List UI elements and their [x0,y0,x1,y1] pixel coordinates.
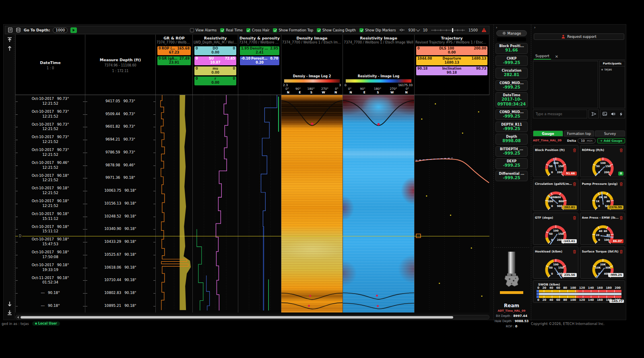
gauge-card-surface-torque-lbf-ft-[interactable]: Surface Torque (lbf.ft)010K20K30K40K-999… [580,246,625,279]
track-resistivity-image[interactable] [343,95,414,312]
manage-button[interactable]: Manage [496,30,527,36]
header-track-density-image[interactable]: Density Image 7374_7700 / Wellbore 1 / E… [281,35,343,95]
gauge-card-ann-press-emw-lb-[interactable]: Ann Press - EMW (lb...02040608010086.07 [580,213,625,245]
horizontal-scrollbar[interactable] [15,315,489,319]
header-track-resistivity-image[interactable]: Resistivity Image 7374_7700 / Wellbore 1… [343,35,414,95]
message-input[interactable]: Type a message [533,110,587,118]
toolbar-checkbox-show-dip-markers[interactable]: Show Dip Markers [359,28,396,32]
track-trajectory[interactable] [414,95,489,312]
screenshot-icon[interactable] [603,112,607,116]
curve-chip-rop-ft-h-[interactable]: 0ROP (ft/h)165.6867.23 [157,46,191,55]
header-track-gr-rop[interactable]: GR & ROP 7374_7700 / Wellbore .. 0ROP (f… [155,35,192,95]
speaker-icon[interactable] [611,112,615,116]
trash-icon[interactable] [573,180,576,188]
scroll-to-top-button[interactable] [6,37,12,43]
svg-text:150: 150 [558,266,564,269]
curve-chip-departure[interactable]: 1044.08Departure1480.131480.13 [416,56,487,65]
header-track-trajectory[interactable]: Trajectory Revised Trajectory #PS / Well… [414,35,489,95]
reading-tile-differential-[interactable]: Differential ...-999.25 [495,171,528,182]
trash-icon[interactable] [619,180,623,188]
trash-icon[interactable] [573,248,576,255]
message-tools [600,110,625,118]
logbook-icon[interactable] [8,27,13,33]
curve-chip-porosity-v-v-dec-[interactable]: -0.10Porosity (v/v dec..0.700.20 [240,56,279,65]
trash-icon[interactable] [619,146,623,154]
scrollbar-left-arrow[interactable] [17,316,19,319]
track-density-image[interactable] [281,95,343,312]
curve-chip-inclination[interactable]: 90.18Inclination90.7390.18 [416,66,487,75]
reading-tile-cond-mud-[interactable]: COND_MUD...-999.25 [495,80,528,91]
main-toolbar: Go To Depth: 1000 View AlarmsReal TimeCr… [5,26,489,34]
goto-depth-input[interactable]: 1000 [53,27,68,33]
toolbar-checkbox-cross-hair[interactable]: Cross Hair [246,28,269,32]
send-button[interactable] [588,110,599,118]
curve-chip-gr-gapi-[interactable]: 0GR (gAPI)27.4923.91 [157,56,191,65]
curve-chip-density-g-cm3-[interactable]: 1.95Density (g/cm3)2.952.41 [240,46,279,55]
goto-depth-play-button[interactable] [70,27,77,33]
lightning-icon[interactable] [619,112,623,116]
reading-tile-depth-r11[interactable]: DEPTH_R11-999.25 [495,122,528,132]
checkbox-box[interactable] [359,28,363,32]
trash-icon[interactable] [619,248,623,255]
reading-tile-chkp[interactable]: CHKP-999.25 [495,56,528,66]
checkbox-box[interactable] [273,28,277,32]
tab-formation-top[interactable]: Formation top [564,130,594,137]
gauge-card-pump-pressure-psig-[interactable]: Pump Pressure (psig)01K2K3K4K5K2376.99 [580,179,625,211]
reading-tile-dexp[interactable]: DEXP-999.25 [495,158,528,169]
tab-gauge[interactable]: Gauge [533,130,563,137]
slider-icon[interactable] [399,27,405,33]
track-density-porosity[interactable] [238,95,281,312]
checkbox-box[interactable] [246,28,250,32]
reading-tile-block-positi-[interactable]: Block Positi...91.66 [495,43,528,54]
toolbar-checkbox-show-casing-depth[interactable]: Show Casing Depth [317,28,356,32]
chip-current-value: 23.91 [159,61,190,65]
scroll-down-button[interactable] [6,301,12,307]
gauge-card-circulation-galus-min-[interactable]: Circulation (galUS/min)02004006008009002… [533,179,578,211]
curve-chip-mu[interactable]: 0mu00.00 [194,66,236,75]
header-track-resistivity[interactable]: Resistivity LWD_Depth_HAL_M / Wellb.. 0D… [192,35,238,95]
scroll-to-bottom-button[interactable] [6,310,12,316]
database-icon[interactable] [16,27,21,33]
toolbar-checkbox-real-time[interactable]: Real Time [220,28,243,32]
close-icon[interactable]: ✕ [555,54,558,59]
gauge-card-block-position-ft-[interactable]: Block Position (ft)05010015020091.66 [533,145,578,177]
gauge-card-hookload-klbm-[interactable]: Hookload (klbm)050100150200235.56 [533,246,578,279]
gauge-card-gtf-dega-[interactable]: GTF (dega)050100150200-143.41 [533,213,578,245]
panel-expand-chevron[interactable]: › [495,25,528,29]
alarm-warning-icon[interactable] [481,27,487,33]
toolbar-checkbox-view-alarms[interactable]: View Alarms [190,28,217,32]
chat-messages[interactable] [533,61,598,108]
curve-chip-r[interactable]: 0r00.00 [194,77,236,85]
reading-tile-cond-mud-[interactable]: COND_MUD...-999.25 [495,109,528,120]
trash-icon[interactable] [573,146,576,154]
scrollbar-thumb[interactable] [21,316,453,319]
toolbar-checkbox-show-formation-top[interactable]: Show Formation Top [273,28,313,32]
trash-icon[interactable] [619,214,623,221]
reading-tile-circulation[interactable]: Circulation282.81 [495,68,528,79]
curve-chip-dls-100[interactable]: 0DLS 100200.000.00 [416,46,487,55]
add-gauge-button[interactable]: + Add Gauge [597,138,625,143]
depth-window-select[interactable]: 930 [408,28,419,32]
scale-slider[interactable] [431,28,465,33]
panel-expand-chevron[interactable]: › [533,25,625,29]
tab-support[interactable]: Support [534,54,551,60]
delta-input[interactable]: 10min [578,138,596,143]
curve-chip-su[interactable]: 0SU72.4510.87 [194,56,236,65]
participant-item[interactable]: tejas [600,66,625,72]
reading-tile-depth[interactable]: Depth8998.08 [495,134,528,145]
request-support-button[interactable]: Request support [534,33,624,40]
tab-survey[interactable]: Survey [595,130,625,137]
track-gr-rop[interactable] [155,95,192,312]
header-track-density-porosity[interactable]: Density & porosity 7374_7700 / Wellbore … [238,35,281,95]
row-date-angle: Oct-10-201790.18° [32,250,69,255]
scroll-up-button[interactable] [6,46,12,52]
checkbox-box[interactable] [220,28,224,32]
curve-chip-do[interactable]: 0DO00.00 [194,46,236,55]
checkbox-box[interactable] [317,28,321,32]
track-resistivity[interactable] [192,95,238,312]
reading-tile-datetime[interactable]: DateTime2017-10-09T08:34:24 [495,92,528,108]
checkbox-box[interactable] [190,28,194,32]
gauge-card-ropavg-ft-h-[interactable]: ROPAvg (ft/h)0501001502000 [580,145,625,177]
trash-icon[interactable] [573,214,576,221]
reading-tile-bitdepth-[interactable]: BITDEPTH_...-999.25 [495,146,528,157]
